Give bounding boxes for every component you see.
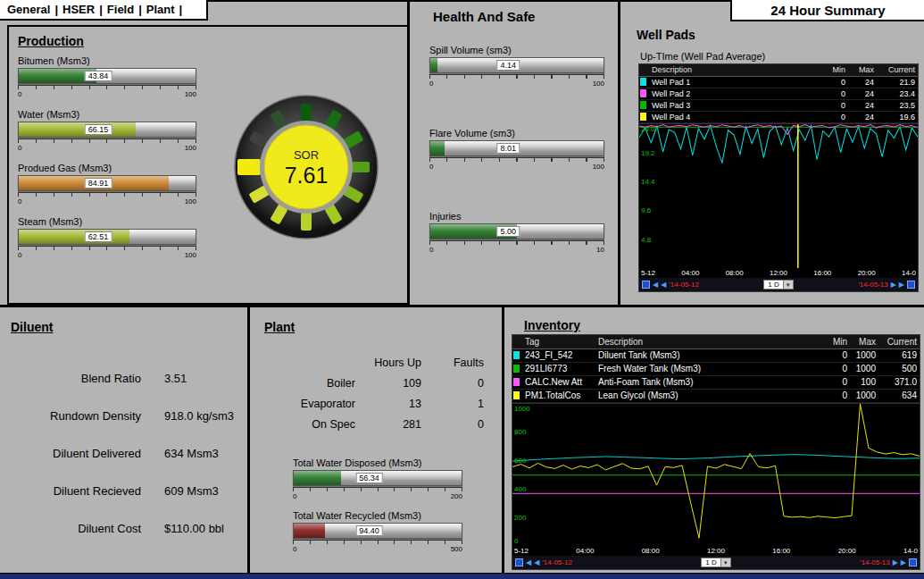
nav-separator: | [99,3,103,16]
gauge-fill [19,122,136,137]
step-forward-icon[interactable]: ▶ [891,281,896,289]
cell-min: 0 [823,88,848,99]
gauge-fill [294,524,325,538]
nav-separator: | [179,3,183,16]
step-back-icon[interactable]: ◀ [661,281,666,289]
gauge-value: 43.84 [85,71,112,81]
wellpads-title: Well Pads [637,28,695,42]
cell-min: 0 [823,99,848,111]
wellpads-trend-widget: Description Min Max Current Well Pad 1 0… [638,63,919,292]
row-label: Boiler [259,377,355,390]
gauge-scale-min: 0 [429,246,433,254]
table-row[interactable]: PM1.TotalCos Lean Glycol (Msm3) 0 1000 6… [512,389,920,402]
calendar-icon[interactable] [909,558,917,566]
table-row[interactable]: CALC.New Att Anti-Foam Tank (Msm3) 0 100… [512,375,920,389]
production-gauges: Bitumen (Msm3) 43.84 0 100 Water (Msm3) [18,55,196,270]
cell-tag: 291LI6773 [522,362,595,375]
cell-description: Well Pad 1 [649,76,823,88]
step-forward-icon[interactable]: ▶ [899,281,904,289]
inventory-trend-svg [512,404,920,547]
calendar-icon[interactable] [907,281,915,289]
series-swatch-cell [639,99,649,111]
inventory-chart-plot[interactable]: 1000 800 600 400 200 0 [512,403,920,547]
plant-cell: Plant Hours Up Faults Boiler 109 0 Evapo… [247,305,502,573]
gauge-value: 8.01 [497,143,520,154]
x-axis-label: 04:00 [576,547,594,555]
step-back-icon[interactable]: ◀ [653,281,658,289]
gauge-label: Flare Volume (sm3) [429,128,604,138]
cell-min: 0 [823,76,848,88]
x-axis-label: 16:00 [772,547,790,555]
sor-pointer [237,159,261,175]
chevron-down-icon[interactable]: ▼ [720,558,730,566]
nav-item-plant[interactable]: Plant [146,3,175,16]
nav-item-field[interactable]: Field [107,3,134,16]
gauge-track: 66.15 [18,122,196,138]
diluent-title: Diluent [11,320,53,334]
field-row: Blend Ratio 3.51 [0,359,247,397]
diluent-rows: Blend Ratio 3.51 Rundown Density 918.0 k… [0,359,247,547]
column-header-hours-up: Hours Up [355,357,421,369]
cell-description: Well Pad 3 [649,99,823,111]
gauge-fill [19,230,129,244]
table-row[interactable]: Well Pad 3 0 24 23.5 [639,99,918,111]
gauge-ticks [18,138,196,143]
series-swatch-cell [512,375,522,389]
end-date: '14-05-13 [860,558,890,566]
gauge-ticks [18,192,196,197]
wellpads-chart-plot[interactable]: 24.0 19.2 14.4 9.6 4.8 [639,123,918,269]
series-color-swatch [640,113,646,121]
wellpads-cell: 24 Hour Summary Well Pads Up-TIme (Well … [618,0,924,305]
field-label: Diluent Recieved [0,484,141,498]
cell-current: 23.5 [877,99,918,111]
table-row[interactable]: 243_FI_542 Diluent Tank (Msm3) 0 1000 61… [512,348,920,362]
table-header-row: Tag Description Min Max Current [512,335,920,348]
gauge-scale-max: 500 [451,545,462,553]
field-value: 3.51 [164,372,187,385]
table-row[interactable]: Well Pad 1 0 24 21.9 [639,76,918,88]
calendar-icon[interactable] [642,281,650,289]
cell-min: 0 [825,375,850,389]
chevron-down-icon[interactable]: ▼ [783,281,793,289]
nav-item-general[interactable]: General [7,3,50,16]
series-color-swatch [513,378,520,386]
gauge-label: Spill Volume (sm3) [429,45,604,55]
range-dropdown[interactable]: 1 D ▼ [763,280,793,290]
calendar-icon[interactable] [515,558,523,566]
gauge-track: 94.40 [293,523,462,539]
column-header-tag: Tag [522,335,595,348]
step-back-icon[interactable]: ◀ [534,559,539,566]
step-forward-icon[interactable]: ▶ [893,559,898,566]
gauge-label: Produed Gas (Msm3) [18,163,196,173]
gauge-water: Water (Msm3) 66.15 0 100 [18,109,196,152]
table-row[interactable]: Well Pad 2 0 24 23.4 [639,88,918,99]
sor-value: 7.61 [285,163,329,188]
gauge-value: 56.34 [355,473,383,483]
sor-label: SOR [294,148,319,162]
gauge-scale: 0 500 [293,545,462,553]
range-dropdown[interactable]: 1 D ▼ [701,558,730,567]
production-panel: Production Bitumen (Msm3) 43.84 0 100 Wa… [7,25,407,305]
nav-item-hser[interactable]: HSER [62,3,95,16]
range-dropdown-value: 1 D [764,281,782,289]
table-row[interactable]: Well Pad 4 0 24 19.6 [639,111,918,122]
series-swatch-cell [639,111,649,122]
cell-min: 0 [825,362,850,375]
step-back-icon[interactable]: ◀ [526,559,531,566]
gauge-track: 5.00 [429,223,604,239]
gauge-scale-max: 100 [185,144,196,152]
gauge-label: Water (Msm3) [18,109,196,120]
series-color-swatch [640,78,646,86]
start-date: '14-05-12 [542,558,572,566]
x-axis-label: 08:00 [642,547,660,555]
series-swatch-cell [639,88,649,99]
cell-tag: CALC.New Att [522,375,595,389]
field-value: 634 Msm3 [164,447,219,460]
hours-value: 281 [355,418,421,431]
column-header-description: Description [595,335,825,348]
trend-toolbar: ◀ ◀ '14-05-12 1 D ▼ '14-05-13 ▶ ▶ [639,278,918,291]
hours-value: 13 [355,398,421,410]
table-row[interactable]: 291LI6773 Fresh Water Tank (Msm3) 0 1000… [512,362,920,375]
step-forward-icon[interactable]: ▶ [901,559,906,566]
gauge-scale-min: 0 [429,80,433,88]
